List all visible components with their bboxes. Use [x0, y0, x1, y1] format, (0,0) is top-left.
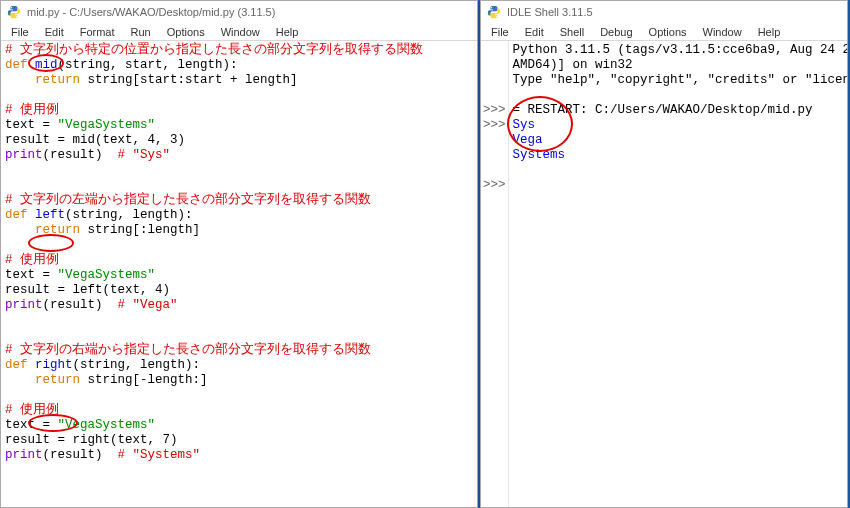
menu-debug[interactable]: Debug	[592, 25, 640, 39]
code-sig: (string, length):	[73, 358, 201, 372]
code-print-arg: (result)	[43, 298, 118, 312]
editor-titlebar: mid.py - C:/Users/WAKAO/Desktop/mid.py (…	[1, 1, 477, 23]
menu-help[interactable]: Help	[750, 25, 789, 39]
code-sig: (string, length):	[65, 208, 193, 222]
code-comment-literal: "Systems"	[133, 448, 201, 462]
code-comment: #	[118, 448, 133, 462]
code-func-right: right	[35, 358, 73, 372]
code-body: string[-length:]	[80, 373, 208, 387]
menu-file[interactable]: File	[3, 25, 37, 39]
shell-prompt: >>>	[483, 118, 506, 132]
menu-help[interactable]: Help	[268, 25, 307, 39]
menu-options[interactable]: Options	[641, 25, 695, 39]
shell-output-systems: Systems	[513, 148, 566, 162]
code-print-arg: (result)	[43, 148, 118, 162]
menu-shell[interactable]: Shell	[552, 25, 592, 39]
code-keyword-def: def	[5, 208, 28, 222]
menu-edit[interactable]: Edit	[37, 25, 72, 39]
shell-output-vega: Vega	[513, 133, 543, 147]
svg-point-1	[16, 15, 17, 16]
code-comment: # 文字列の左端から指定した長さの部分文字列を取得する関数	[5, 193, 371, 207]
code-keyword-return: return	[35, 223, 80, 237]
shell-titlebar: IDLE Shell 3.11.5	[481, 1, 847, 23]
code-call: result = mid(text, 4, 3)	[5, 133, 185, 147]
code-body: string[:length]	[80, 223, 200, 237]
code-assign: text =	[5, 268, 58, 282]
code-builtin-print: print	[5, 448, 43, 462]
code-comment-literal: "Vega"	[133, 298, 178, 312]
shell-prompt: >>>	[483, 178, 506, 192]
editor-window: mid.py - C:/Users/WAKAO/Desktop/mid.py (…	[0, 0, 478, 508]
python-icon	[7, 5, 21, 19]
python-icon	[487, 5, 501, 19]
menu-run[interactable]: Run	[123, 25, 159, 39]
code-builtin-print: print	[5, 148, 43, 162]
shell-prompt: >>>	[483, 103, 506, 117]
shell-gutter: >>> >>> >>>	[481, 41, 509, 507]
code-comment: # 文字列から特定の位置から指定した長さの部分文字列を取得する関数	[5, 43, 423, 57]
code-comment: # 使用例	[5, 103, 59, 117]
code-assign: text =	[5, 418, 58, 432]
shell-restart: = RESTART: C:/Users/WAKAO/Desktop/mid.py	[513, 103, 821, 117]
menu-file[interactable]: File	[483, 25, 517, 39]
code-call: result = left(text, 4)	[5, 283, 170, 297]
shell-body-container[interactable]: >>> >>> >>> Python 3.11.5 (tags/v3.11.5:…	[481, 41, 847, 507]
shell-banner: AMD64)] on win32	[513, 58, 633, 72]
editor-title: mid.py - C:/Users/WAKAO/Desktop/mid.py (…	[27, 6, 275, 18]
menu-window[interactable]: Window	[213, 25, 268, 39]
code-func-mid: mid	[35, 58, 58, 72]
code-comment: #	[118, 148, 133, 162]
code-string: "VegaSystems"	[58, 268, 156, 282]
code-call: result = right(text, 7)	[5, 433, 178, 447]
code-comment: # 使用例	[5, 253, 59, 267]
code-keyword-def: def	[5, 358, 28, 372]
editor-body[interactable]: # 文字列から特定の位置から指定した長さの部分文字列を取得する関数 def mi…	[1, 41, 477, 507]
svg-point-0	[11, 7, 12, 8]
menu-format[interactable]: Format	[72, 25, 123, 39]
code-print-arg: (result)	[43, 448, 118, 462]
code-func-left: left	[35, 208, 65, 222]
menu-options[interactable]: Options	[159, 25, 213, 39]
shell-output-sys: Sys	[513, 118, 536, 132]
shell-banner: Python 3.11.5 (tags/v3.11.5:cce6ba9, Aug…	[513, 43, 847, 57]
shell-window: IDLE Shell 3.11.5 File Edit Shell Debug …	[480, 0, 848, 508]
menu-edit[interactable]: Edit	[517, 25, 552, 39]
shell-title: IDLE Shell 3.11.5	[507, 6, 593, 18]
code-assign: text =	[5, 118, 58, 132]
code-body: string[start:start + length]	[80, 73, 298, 87]
code-sig: (string, start, length):	[58, 58, 238, 72]
svg-point-3	[496, 15, 497, 16]
shell-banner: Type "help", "copyright", "credits" or "…	[513, 73, 847, 87]
code-comment: # 文字列の右端から指定した長さの部分文字列を取得する関数	[5, 343, 371, 357]
code-builtin-print: print	[5, 298, 43, 312]
code-string: "VegaSystems"	[58, 418, 156, 432]
code-comment-literal: "Sys"	[133, 148, 171, 162]
shell-body[interactable]: Python 3.11.5 (tags/v3.11.5:cce6ba9, Aug…	[509, 41, 847, 507]
code-keyword-return: return	[35, 73, 80, 87]
code-comment: # 使用例	[5, 403, 59, 417]
code-string: "VegaSystems"	[58, 118, 156, 132]
menu-window[interactable]: Window	[695, 25, 750, 39]
code-keyword-def: def	[5, 58, 28, 72]
shell-menubar: File Edit Shell Debug Options Window Hel…	[481, 23, 847, 41]
code-comment: #	[118, 298, 133, 312]
editor-menubar: File Edit Format Run Options Window Help	[1, 23, 477, 41]
svg-point-2	[491, 7, 492, 8]
code-keyword-return: return	[35, 373, 80, 387]
